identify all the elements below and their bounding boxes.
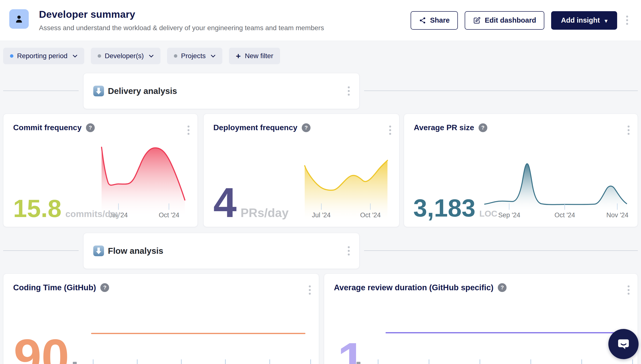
card-average-review-duration: Average review duration (GitHub specific… [324,274,638,364]
filter-projects-label: Projects [181,52,206,60]
card-header: Average PR size ? [414,123,487,132]
page-subtitle: Assess and understand the workload & del… [39,24,324,32]
section-delivery-analysis: Delivery analysis [83,73,360,109]
section-flow-analysis: Flow analysis [83,233,360,269]
chat-launcher-button[interactable] [608,329,638,359]
filter-inactive-dot [174,54,177,58]
edit-dashboard-label: Edit dashboard [485,16,536,24]
help-icon[interactable]: ? [100,283,109,292]
filter-active-dot [10,54,14,58]
new-filter-label: New filter [245,52,273,60]
metric-unit: PRs/day [241,206,288,220]
tick-label: Oct '24 [554,212,575,219]
section-menu[interactable] [346,244,352,258]
card-coding-time: Coding Time (GitHub) ? 90 [3,274,319,364]
filter-bar: Reporting period Developer(s) Projects +… [3,48,280,64]
card-average-pr-size: Average PR size ? Sep '24 Oct '24 Nov '2… [404,114,638,227]
header-overflow-menu[interactable] [624,13,630,28]
row-divider [3,90,79,91]
page-header: Developer summary Assess and understand … [0,0,641,41]
x-tick-mark [181,360,182,364]
card-header: Coding Time (GitHub) ? [13,283,109,292]
card-menu[interactable] [625,283,632,298]
card-header: Deployment frequency ? [213,123,310,132]
tick-mark [321,204,322,210]
person-icon [14,14,24,24]
row-divider [364,250,638,251]
tick-mark [370,204,371,210]
help-icon[interactable]: ? [302,123,310,132]
metric: 15.8 commits/day [13,196,121,221]
x-tick-mark [480,360,480,364]
filter-reporting-period-label: Reporting period [17,52,68,60]
x-tick-mark [137,360,138,364]
metric-value: 4 [213,182,237,223]
clipped-unit-text [357,362,361,364]
edit-icon [473,16,481,24]
metric-value: 3,183 [413,196,475,220]
card-title: Commit frequency [13,123,82,132]
card-commit-frequency: Commit frequency ? Jul '24 Oct '24 15.8 … [3,114,198,227]
x-tick-mark [581,360,582,364]
x-tick-mark [310,360,311,364]
x-tick-mark [632,360,633,364]
x-tick-mark [225,360,226,364]
header-titles: Developer summary Assess and understand … [39,9,324,32]
filter-reporting-period[interactable]: Reporting period [3,48,84,64]
down-arrow-emoji-icon [93,246,104,256]
filter-projects[interactable]: Projects [167,48,222,64]
x-tick-mark [269,360,270,364]
x-tick-mark [429,360,429,364]
filter-developers-label: Developer(s) [105,52,144,60]
metric: 90 [14,332,69,364]
filter-inactive-dot [98,54,101,58]
metric-unit: commits/day [66,209,121,219]
card-title: Average PR size [414,123,474,132]
edit-dashboard-button[interactable]: Edit dashboard [465,11,544,30]
new-filter-button[interactable]: + New filter [229,48,280,64]
section-menu[interactable] [346,84,352,98]
x-tick-mark [378,360,379,364]
share-icon [419,17,426,24]
section-title: Flow analysis [108,246,163,256]
page-title: Developer summary [39,9,324,20]
metric-unit: LOC [479,209,497,218]
metric-value: 15.8 [13,196,62,221]
tick-label: Jul '24 [312,212,331,219]
card-menu[interactable] [307,283,313,298]
x-tick-mark [93,360,94,364]
x-tick: Oct '24 [554,204,575,219]
help-icon[interactable]: ? [498,283,507,292]
tick-mark [509,204,509,210]
filter-developers[interactable]: Developer(s) [91,48,160,64]
card-header: Average review duration (GitHub specific… [334,283,507,292]
metric: 3,183 LOC [413,196,497,220]
x-tick-mark [530,360,531,364]
dashboard-avatar [9,9,29,29]
help-icon[interactable]: ? [86,123,95,132]
review-duration-sparkline [386,332,626,333]
help-icon[interactable]: ? [479,123,487,132]
section-title: Delivery analysis [108,86,177,96]
add-insight-button[interactable]: Add insight ▾ [551,11,617,30]
share-button-label: Share [430,16,450,24]
card-menu[interactable] [625,123,632,138]
header-actions: Share Edit dashboard Add insight ▾ [411,11,630,30]
x-tick: Jul '24 [312,204,331,219]
caret-down-icon: ▾ [605,18,607,24]
tick-label: Nov '24 [606,212,628,219]
x-tick: Oct '24 [360,204,381,219]
share-button[interactable]: Share [411,11,458,30]
card-deployment-frequency: Deployment frequency ? Jul '24 Oct '24 4… [203,114,399,227]
card-title: Coding Time (GitHub) [13,283,96,292]
card-header: Commit frequency ? [13,123,95,132]
card-menu[interactable] [387,123,393,138]
coding-time-sparkline [91,333,305,334]
metric: 4 PRs/day [213,182,288,223]
add-insight-label: Add insight [561,16,600,24]
card-menu[interactable] [185,123,192,138]
clipped-unit-text [73,362,77,364]
chevron-down-icon [73,54,78,58]
tick-label: Sep '24 [498,212,520,219]
row-divider [364,90,638,91]
